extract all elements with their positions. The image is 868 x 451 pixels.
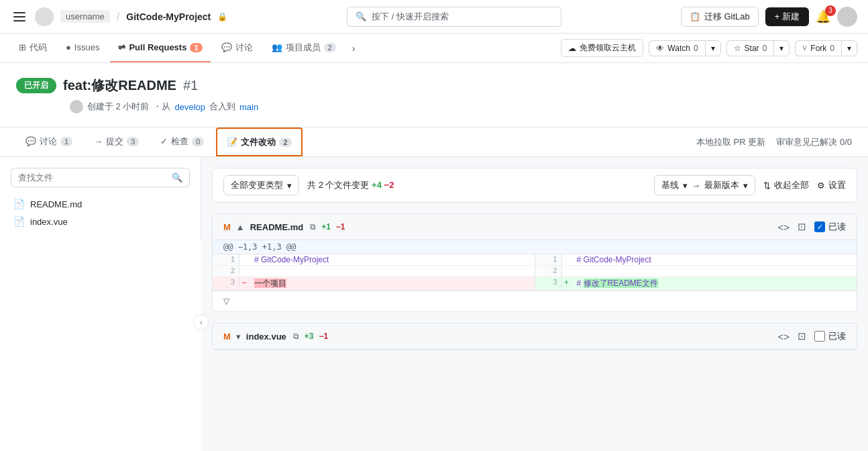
readme-removed: −1 bbox=[336, 222, 345, 232]
star-button[interactable]: ☆ Star 0 bbox=[726, 40, 774, 56]
fork-dropdown[interactable]: ▾ bbox=[841, 40, 857, 56]
pr-subtab-checks[interactable]: ✓ 检查 0 bbox=[151, 128, 213, 156]
cloud-icon: ☁ bbox=[568, 44, 576, 53]
pr-subtab-discuss[interactable]: 💬 讨论 1 bbox=[16, 128, 82, 156]
read-checkbox-readme[interactable]: 已读 bbox=[814, 221, 846, 233]
tab-code-label: 代码 bbox=[30, 42, 47, 54]
top-nav: username / GitCode-MyProject 🔒 🔍 按下 / 快速… bbox=[0, 0, 868, 34]
left-sign-2 bbox=[239, 266, 249, 277]
fork-button[interactable]: ⑂ Fork 0 bbox=[795, 40, 841, 56]
diff-card-actions-indexvue: <> ⊡ 已读 bbox=[777, 330, 846, 342]
watch-button[interactable]: 👁 Watch 0 bbox=[649, 40, 704, 56]
search-bar[interactable]: 🔍 按下 / 快速开启搜索 bbox=[347, 7, 561, 27]
collapse-label: 收起全部 bbox=[774, 179, 809, 191]
type-select-chevron: ▾ bbox=[287, 181, 292, 191]
pr-number: #1 bbox=[183, 78, 198, 93]
pr-subtab-commits[interactable]: → 提交 3 bbox=[85, 128, 148, 156]
star-button-group: ☆ Star 0 ▾ bbox=[726, 40, 790, 56]
commits-icon: → bbox=[94, 136, 103, 146]
migrate-icon: 📋 bbox=[690, 11, 700, 21]
file-item-indexvue[interactable]: 📄 index.vue bbox=[11, 213, 190, 230]
total-removed: −2 bbox=[384, 180, 394, 190]
inline-added: 修改了README文件 bbox=[584, 279, 658, 288]
hamburger-button[interactable] bbox=[11, 9, 28, 24]
right-sign-1 bbox=[562, 254, 572, 265]
diff-card-readme: M ▲ README.md ⧉ +1 −1 <> ⊡ 已读 bbox=[212, 213, 857, 312]
right-num-3: 3 bbox=[535, 277, 562, 290]
issues-icon: ● bbox=[66, 42, 71, 52]
code-view-icon[interactable]: <> bbox=[777, 221, 790, 233]
sidebar-collapse-handle[interactable]: ‹ bbox=[193, 314, 209, 330]
watch-dropdown[interactable]: ▾ bbox=[705, 40, 721, 56]
notification-button[interactable]: 🔔 3 bbox=[816, 9, 830, 24]
repo-actions: ☁ 免费领取云主机 👁 Watch 0 ▾ ☆ Star 0 ▾ ⑂ Fork … bbox=[561, 39, 857, 57]
local-pr-update-button[interactable]: 本地拉取 PR 更新 bbox=[696, 136, 765, 148]
pr-subtab-files[interactable]: 📝 文件改动 2 bbox=[216, 128, 302, 156]
expand-icon-indexvue[interactable]: ▾ bbox=[236, 332, 241, 342]
tab-code[interactable]: ⊞ 代码 bbox=[11, 34, 55, 62]
org-avatar bbox=[35, 7, 54, 26]
pr-from-branch[interactable]: develop bbox=[174, 102, 205, 112]
pr-to-branch[interactable]: main bbox=[239, 102, 258, 112]
migrate-label: 迁移 GitLab bbox=[704, 11, 750, 23]
nav-repo-name[interactable]: GitCode-MyProject bbox=[126, 11, 211, 22]
diff-card-indexvue: M ▾ index.vue ⧉ +3 −1 <> ⊡ 已读 bbox=[212, 323, 857, 350]
file-name-readme: README.md bbox=[30, 199, 82, 209]
diff-row-3: 3 − 一个项目 3 + # 修改了README文件 bbox=[213, 277, 857, 291]
diff-footer-readme: ▽ bbox=[213, 291, 857, 311]
file-type-select[interactable]: 全部变更类型 ▾ bbox=[223, 175, 299, 195]
modified-badge-readme: M bbox=[223, 222, 231, 232]
files-icon: 📝 bbox=[227, 137, 237, 147]
diff-row-2: 2 2 bbox=[213, 266, 857, 277]
right-num-2: 2 bbox=[535, 266, 562, 277]
tab-issues-label: Issues bbox=[74, 42, 100, 52]
expand-lines-icon[interactable]: ▽ bbox=[223, 297, 229, 306]
hunk-header-readme: @@ −1,3 +1,3 @@ bbox=[213, 240, 857, 254]
inline-removed: 一个项目 bbox=[254, 279, 286, 288]
file-search[interactable]: 🔍 bbox=[11, 168, 190, 187]
collapse-all-button[interactable]: ⇅ 收起全部 bbox=[763, 179, 809, 191]
file-name-indexvue: index.vue bbox=[30, 217, 68, 227]
tab-discuss[interactable]: 💬 讨论 bbox=[213, 34, 261, 62]
fork-icon: ⑂ bbox=[802, 44, 807, 53]
settings-button[interactable]: ⚙ 设置 bbox=[817, 179, 846, 191]
baseline-select[interactable]: 基线 ▾ → 最新版本 ▾ bbox=[654, 175, 755, 195]
right-content-1: # GitCode-MyProject bbox=[572, 254, 857, 265]
left-sign-3: − bbox=[239, 277, 249, 290]
file-count-info: 共 2 个文件变更 +4 −2 bbox=[307, 179, 394, 191]
file-item-readme[interactable]: 📄 README.md bbox=[11, 195, 190, 213]
copy-icon-readme[interactable]: ⧉ bbox=[310, 222, 316, 232]
fullscreen-icon-indexvue[interactable]: ⊡ bbox=[798, 330, 806, 342]
pr-created-at: 创建于 2 小时前 bbox=[87, 101, 149, 113]
search-icon: 🔍 bbox=[356, 11, 366, 21]
pr-to-label: 合入到 bbox=[209, 101, 235, 113]
search-placeholder-text: 按下 / 快速开启搜索 bbox=[372, 11, 449, 23]
modified-badge-indexvue: M bbox=[223, 332, 231, 342]
read-checkbox-indexvue[interactable]: 已读 bbox=[814, 330, 846, 342]
fullscreen-icon[interactable]: ⊡ bbox=[798, 221, 806, 233]
arrow-icon: → bbox=[692, 181, 700, 191]
tab-pullrequests[interactable]: ⇌ Pull Requests 1 bbox=[110, 34, 210, 62]
user-avatar[interactable] bbox=[837, 7, 857, 27]
new-button[interactable]: + 新建 bbox=[765, 7, 809, 26]
code-view-icon-indexvue[interactable]: <> bbox=[777, 331, 790, 342]
left-content-1: # GitCode-MyProject bbox=[249, 254, 535, 265]
tabs-more-button[interactable]: › bbox=[347, 38, 361, 59]
copy-icon-indexvue[interactable]: ⧉ bbox=[293, 332, 299, 341]
indexvue-added: +3 bbox=[305, 332, 314, 341]
settings-icon: ⚙ bbox=[817, 181, 825, 191]
nav-left: username / GitCode-MyProject 🔒 bbox=[11, 7, 227, 26]
tab-issues[interactable]: ● Issues bbox=[58, 34, 107, 62]
free-cloud-button[interactable]: ☁ 免费领取云主机 bbox=[561, 39, 643, 57]
tab-members[interactable]: 👥 项目成员 2 bbox=[264, 34, 344, 62]
star-dropdown[interactable]: ▾ bbox=[773, 40, 790, 56]
file-search-input[interactable] bbox=[18, 172, 166, 183]
read-input-indexvue[interactable] bbox=[814, 331, 825, 342]
left-num-1: 1 bbox=[213, 254, 239, 265]
pr-header: 已开启 feat:修改README #1 创建于 2 小时前 ・从 develo… bbox=[0, 63, 868, 128]
migrate-button[interactable]: 📋 迁移 GitLab bbox=[681, 7, 759, 27]
expand-icon-readme[interactable]: ▲ bbox=[236, 222, 245, 232]
pr-discuss-count: 1 bbox=[60, 137, 72, 146]
total-added: +4 bbox=[372, 180, 382, 190]
pr-subtabs: 💬 讨论 1 → 提交 3 ✓ 检查 0 📝 文件改动 2 本地拉取 PR 更新… bbox=[0, 128, 868, 157]
